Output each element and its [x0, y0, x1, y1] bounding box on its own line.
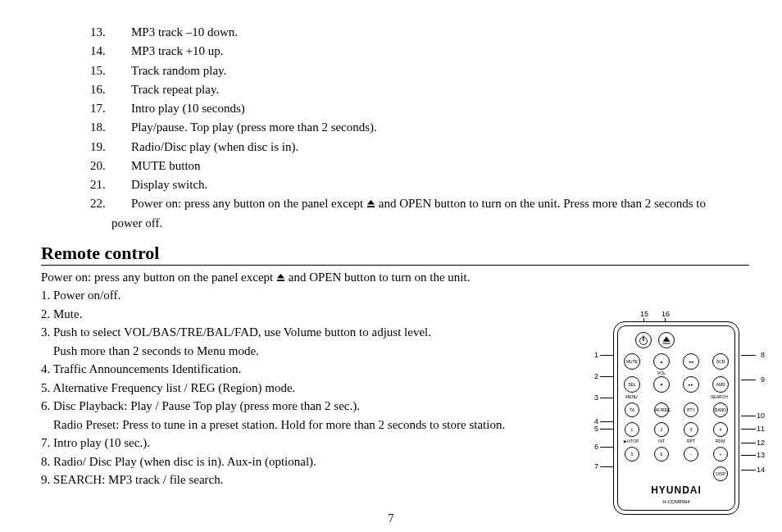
- intro-after: and OPEN button to turn on the unit.: [289, 271, 471, 284]
- list-item: 22. Power on: press any button on the pa…: [90, 194, 749, 213]
- callout-12: 12: [756, 439, 766, 447]
- eject-button-icon: [658, 332, 675, 348]
- callout-3: 3: [593, 393, 599, 402]
- item-number: 20.: [90, 157, 131, 175]
- eject-icon: [366, 199, 375, 208]
- remote-diagram: 15 16 1 2 3 4 5 6 7 8 9 10 11 12 13 14: [593, 310, 766, 525]
- preset-6-button: 6: [654, 447, 669, 462]
- item-text: Intro play (10 seconds): [131, 99, 749, 118]
- top-label: ▶II/TOP: [624, 439, 639, 443]
- search-label: SEARCH: [711, 394, 728, 399]
- down-button-icon: ▼: [653, 376, 670, 393]
- page-number: 7: [0, 512, 782, 525]
- skip-minus-button-icon: −: [684, 447, 698, 462]
- remote-body: MUTE ▲ ◂◂ SCR VOL SEL ▼ ▸▸ AMS MENU SEAR…: [613, 321, 739, 515]
- intro-text: Power on: press any button on the panel …: [41, 268, 749, 287]
- item-text: MP3 track –10 down.: [131, 23, 749, 42]
- preset-3-button: 3: [684, 422, 698, 437]
- item-number: 15.: [90, 61, 131, 80]
- item-number: 22.: [90, 194, 131, 213]
- eject-icon: [276, 273, 285, 282]
- item-number: 16.: [90, 80, 131, 99]
- up-button-icon: ▲: [653, 353, 670, 370]
- callout-7: 7: [593, 462, 599, 471]
- power-button-icon: [635, 332, 652, 348]
- callout-1: 1: [593, 351, 599, 359]
- item-text: Power on: press any button on the panel …: [131, 194, 749, 213]
- item-text-wrap: power off.: [111, 214, 749, 233]
- callout-5: 5: [593, 425, 599, 433]
- item-text: Play/pause. Top play (press more than 2 …: [131, 118, 749, 137]
- preset-2-button: 2: [654, 422, 669, 437]
- list-item: 15. Track random play.: [90, 61, 749, 80]
- band-button: BAND: [713, 402, 728, 417]
- item-number: 13.: [90, 23, 131, 42]
- brand-label: HYUNDAI: [614, 484, 739, 496]
- preset-4-button: 4: [713, 422, 728, 437]
- preset-1-button: 1: [625, 422, 639, 437]
- list-item: 1. Power on/off.: [41, 286, 749, 305]
- menu-label: MENU: [625, 394, 638, 399]
- list-item: 20. MUTE button: [90, 157, 749, 175]
- item-text: MP3 track +10 up.: [131, 42, 749, 61]
- ams-button: AMS: [712, 376, 729, 393]
- callout-9: 9: [760, 375, 766, 384]
- callout-13: 13: [756, 451, 766, 459]
- next-button-icon: ▸▸: [683, 376, 699, 393]
- skip-plus-button-icon: +: [713, 447, 728, 462]
- list-item: 14. MP3 track +10 up.: [90, 42, 749, 61]
- disp-button: DISP: [713, 466, 728, 481]
- item-text: Display switch.: [131, 175, 749, 194]
- pty-button: PTY: [684, 402, 698, 417]
- item-number: 21.: [90, 175, 131, 194]
- int-label: INT: [658, 439, 665, 443]
- callout-16: 16: [661, 310, 671, 318]
- item-number: 17.: [90, 99, 131, 118]
- callout-14: 14: [756, 466, 766, 474]
- callout-8: 8: [760, 351, 766, 359]
- list-item: 18. Play/pause. Top play (press more tha…: [90, 118, 749, 137]
- list-item: 19. Radio/Disc play (when disc is in).: [90, 138, 749, 157]
- preset-5-button: 5: [625, 447, 639, 462]
- callout-11: 11: [756, 425, 766, 433]
- manual-page: 13. MP3 track –10 down. 14. MP3 track +1…: [0, 0, 782, 532]
- intro-before: Power on: press any button on the panel …: [41, 271, 276, 284]
- controls-list: 13. MP3 track –10 down. 14. MP3 track +1…: [41, 23, 749, 233]
- list-item: 16. Track repeat play.: [90, 80, 749, 99]
- item-text: Radio/Disc play (when disc is in).: [131, 138, 749, 157]
- rdm-label: RDM: [716, 439, 725, 443]
- model-label: H-CDM8064: [614, 499, 739, 504]
- item-number: 19.: [90, 138, 131, 157]
- scr-button: SCR: [712, 353, 729, 370]
- callout-15: 15: [639, 310, 649, 318]
- item-number: 14.: [90, 42, 131, 61]
- item-text: MUTE button: [131, 157, 749, 175]
- rpt-label: RPT: [687, 439, 695, 443]
- item-text-before: Power on: press any button on the panel …: [131, 197, 366, 210]
- sel-button: SEL: [624, 376, 640, 393]
- callout-10: 10: [756, 412, 766, 420]
- item-text: Track random play.: [131, 61, 749, 80]
- afreg-button: AF/REG: [654, 402, 669, 417]
- prev-button-icon: ◂◂: [683, 353, 699, 370]
- item-text-after: and OPEN button to turn on the unit. Pre…: [379, 197, 706, 210]
- item-number: 18.: [90, 118, 131, 137]
- mute-button: MUTE: [624, 353, 640, 370]
- list-item: 17. Intro play (10 seconds): [90, 99, 749, 118]
- callout-6: 6: [593, 443, 599, 451]
- list-item: 13. MP3 track –10 down.: [90, 23, 749, 42]
- section-heading-remote-control: Remote control: [41, 243, 749, 266]
- vol-label: VOL: [657, 371, 666, 375]
- list-item: 21. Display switch.: [90, 175, 749, 194]
- ta-button: TA: [625, 402, 639, 417]
- item-text: Track repeat play.: [131, 80, 749, 99]
- callout-2: 2: [593, 372, 599, 380]
